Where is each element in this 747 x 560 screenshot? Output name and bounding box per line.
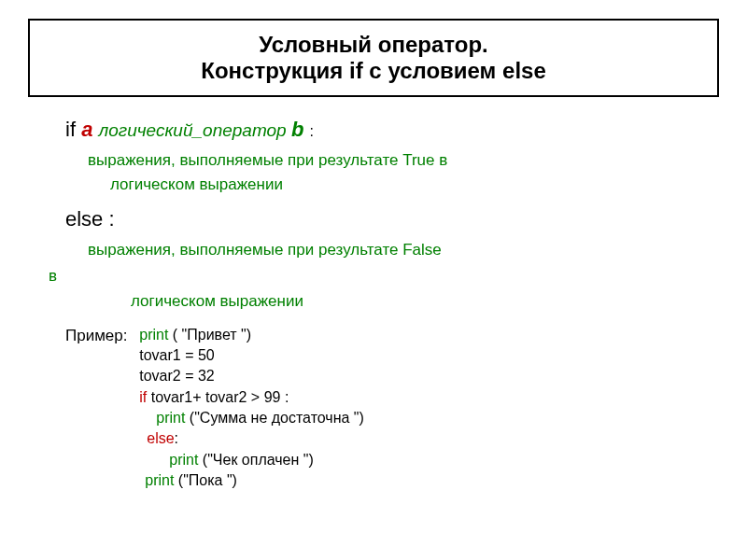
print-arg: ("Пока ")	[178, 472, 237, 488]
code-line-8: print ("Пока ")	[139, 470, 364, 491]
code-line-7: print ("Чек оплачен ")	[139, 450, 364, 470]
print-kw: print	[145, 472, 178, 488]
example-block: Пример: print ( "Привет ") tovar1 = 50 t…	[65, 325, 719, 493]
else-syntax-line: else :	[65, 203, 719, 234]
syntax-block: if a логический_оператор b : выражения, …	[65, 114, 719, 314]
code-line-2: tovar1 = 50	[139, 345, 364, 366]
code-line-5: print ("Сумма не достаточна ")	[139, 408, 364, 428]
code-line-1: print ( "Привет ")	[139, 325, 364, 345]
else-colon: :	[175, 430, 178, 446]
colon: :	[310, 123, 314, 139]
print-kw: print	[169, 452, 203, 468]
true-description: выражения, выполняемые при результате Tr…	[88, 148, 719, 196]
if-cond: tovar1+ tovar2 > 99 :	[151, 389, 289, 405]
title-box: Условный оператор. Конструкция if с усло…	[28, 19, 719, 97]
var-a: a	[81, 118, 98, 141]
print-arg: ("Сумма не достаточна ")	[190, 410, 364, 426]
false-desc-v: в	[49, 264, 719, 288]
if-syntax-line: if a логический_оператор b :	[65, 114, 719, 145]
title-line1: Условный оператор.	[49, 32, 698, 58]
else-kw: else	[147, 430, 174, 446]
example-label: Пример:	[65, 325, 128, 347]
false-description: выражения, выполняемые при результате Fa…	[88, 238, 719, 262]
true-desc-line2: логическом выражении	[110, 173, 719, 197]
false-desc-vlog: логическом выражении	[131, 289, 719, 314]
true-desc-line1: выражения, выполняемые при результате Tr…	[88, 151, 447, 169]
code-block: print ( "Привет ") tovar1 = 50 tovar2 = …	[139, 325, 364, 492]
code-line-3: tovar2 = 32	[139, 366, 364, 386]
code-line-4: if tovar1+ tovar2 > 99 :	[139, 387, 364, 408]
if-keyword: if	[65, 118, 81, 141]
title-line2: Конструкция if с условием else	[49, 58, 698, 84]
logical-operator: логический_оператор	[98, 120, 290, 140]
print-arg: ("Чек оплачен ")	[203, 452, 314, 468]
print-kw: print	[156, 410, 190, 426]
var-b: b	[291, 118, 310, 141]
code-line-6: else:	[139, 428, 364, 449]
print-arg: ( "Привет ")	[173, 327, 251, 343]
print-kw: print	[139, 327, 173, 343]
if-kw: if	[139, 389, 150, 405]
